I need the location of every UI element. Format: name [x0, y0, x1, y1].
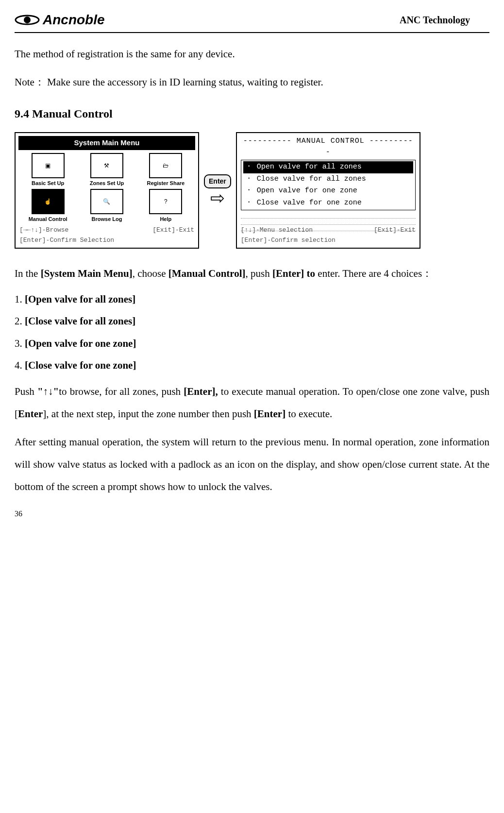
txt: to execute. — [286, 408, 332, 420]
txt: to browse, for all zones, push — [59, 386, 184, 397]
figures-row: System Main Menu ▣Basic Set Up⚒Zones Set… — [15, 132, 489, 249]
bold-enter2: Enter — [18, 408, 43, 420]
manual-control-item: ・ Open valve for all zones — [243, 161, 413, 173]
screen1-footer-browse: [→←↑↓]-Browse — [19, 225, 68, 235]
note-label: Note： — [15, 76, 45, 88]
bold-enter: [Enter], — [184, 386, 221, 397]
dotted-line — [241, 212, 416, 219]
screen1-footer: [→←↑↓]-Browse [Exit]-Exit [Enter]-Confir… — [19, 225, 194, 245]
bold-system-main-menu: [System Main Menu] — [41, 268, 133, 279]
icon-label: Register Share — [138, 179, 193, 187]
tail-p1: Push "↑↓"to browse, for all zones, push … — [15, 380, 489, 425]
icon-label: Basic Set Up — [20, 179, 75, 187]
icon-label: Zones Set Up — [79, 179, 134, 187]
tail-p2: After setting manual operation, the syst… — [15, 431, 489, 498]
txt: In the — [15, 268, 41, 279]
menu-icon-basic-set-up: ▣Basic Set Up — [20, 153, 75, 187]
bold-enter3: [Enter] — [254, 408, 286, 420]
choice-bold: [Close valve for all zones] — [25, 315, 135, 327]
note-text: Make sure the accessory is in ID learnin… — [47, 76, 323, 88]
section-heading: 9.4 Manual Control — [15, 105, 489, 122]
choice-item: 3. [Open valve for one zone] — [15, 336, 489, 352]
screen1-footer-confirm: [Enter]-Confirm Selection — [19, 236, 194, 245]
company-name: ANC Technology — [400, 13, 470, 27]
icon-label: Browse Log — [79, 215, 134, 223]
basic-set-up-icon: ▣ — [32, 153, 65, 178]
manual-control-item: ・ Close valve for one zone — [243, 197, 413, 209]
menu-icon-register-share: 🗁Register Share — [138, 153, 193, 187]
logo-text: Ancnoble — [43, 10, 105, 30]
page-number: 36 — [15, 508, 489, 520]
menu-icon-zones-set-up: ⚒Zones Set Up — [79, 153, 134, 187]
logo-swoosh-icon — [15, 10, 40, 30]
choice-bold: [Close valve for one zone] — [25, 359, 136, 371]
icon-grid: ▣Basic Set Up⚒Zones Set Up🗁Register Shar… — [16, 152, 198, 224]
menu-icon-manual-control: ☝Manual Control — [20, 189, 75, 223]
manual-control-item: ・ Open valve for one zone — [243, 185, 413, 197]
manual-control-icon: ☝ — [32, 189, 65, 214]
logo: Ancnoble — [15, 10, 105, 30]
after-fig-paragraph: In the [System Main Menu], choose [Manua… — [15, 262, 489, 285]
browse-log-icon: 🔍 — [90, 189, 123, 214]
page-header: Ancnoble ANC Technology — [15, 10, 489, 33]
choice-num: 4. — [15, 359, 25, 371]
screen-main-menu: System Main Menu ▣Basic Set Up⚒Zones Set… — [15, 132, 199, 249]
screen2-menu-box: ・ Open valve for all zones・ Close valve … — [241, 160, 416, 210]
screen2-footer: [↑↓]-Menu selection [Exit]-Exit [Enter]-… — [241, 225, 416, 245]
choice-item: 2. [Close valve for all zones] — [15, 314, 489, 329]
choices-list: 1. [Open valve for all zones]2. [Close v… — [15, 292, 489, 373]
intro-p2: Note： Make sure the accessory is in ID l… — [15, 71, 489, 93]
zones-set-up-icon: ⚒ — [90, 153, 123, 178]
right-arrow-icon: ⇨ — [210, 189, 225, 207]
manual-control-item: ・ Close valve for all zones — [243, 173, 413, 186]
intro-p1: The method of registration is the same f… — [15, 43, 489, 65]
choice-num: 1. — [15, 293, 25, 305]
icon-label: Help — [138, 215, 193, 223]
enter-key-icon: Enter — [204, 174, 231, 188]
svg-point-1 — [24, 17, 31, 23]
menu-icon-browse-log: 🔍Browse Log — [79, 189, 134, 223]
screen1-title: System Main Menu — [18, 136, 195, 150]
help-icon: ? — [149, 189, 182, 214]
bold-arrows: "↑↓" — [37, 386, 59, 397]
bold-enter-to: [Enter] to — [272, 268, 318, 279]
txt: , push — [246, 268, 272, 279]
txt: Push — [15, 386, 37, 397]
screen2-footer-menu: [↑↓]-Menu selection — [241, 225, 313, 235]
screen2-title: ---------- MANUAL CONTROL ---------- — [241, 136, 416, 158]
dotted-line — [241, 219, 416, 225]
choice-item: 1. [Open valve for all zones] — [15, 292, 489, 307]
txt: enter. There are 4 choices： — [318, 268, 432, 279]
choice-item: 4. [Close valve for one zone] — [15, 358, 489, 373]
screen2-footer-confirm: [Enter]-Confirm selection — [241, 236, 416, 245]
txt: , choose — [133, 268, 168, 279]
screen1-footer-exit: [Exit]-Exit — [152, 225, 194, 235]
arrow-column: Enter ⇨ — [204, 174, 231, 207]
txt: ], at the next step, input the zone numb… — [43, 408, 253, 420]
screen-manual-control: ---------- MANUAL CONTROL ---------- ・ O… — [236, 132, 420, 249]
menu-icon-help: ?Help — [138, 189, 193, 223]
choice-bold: [Open valve for one zone] — [25, 338, 136, 349]
screen2-footer-exit: [Exit]-Exit — [374, 225, 416, 235]
icon-label: Manual Control — [20, 215, 75, 223]
choice-num: 2. — [15, 315, 25, 327]
bold-manual-control: [Manual Control] — [168, 268, 246, 279]
register-share-icon: 🗁 — [149, 153, 182, 178]
choice-num: 3. — [15, 338, 25, 349]
choice-bold: [Open valve for all zones] — [25, 293, 135, 305]
